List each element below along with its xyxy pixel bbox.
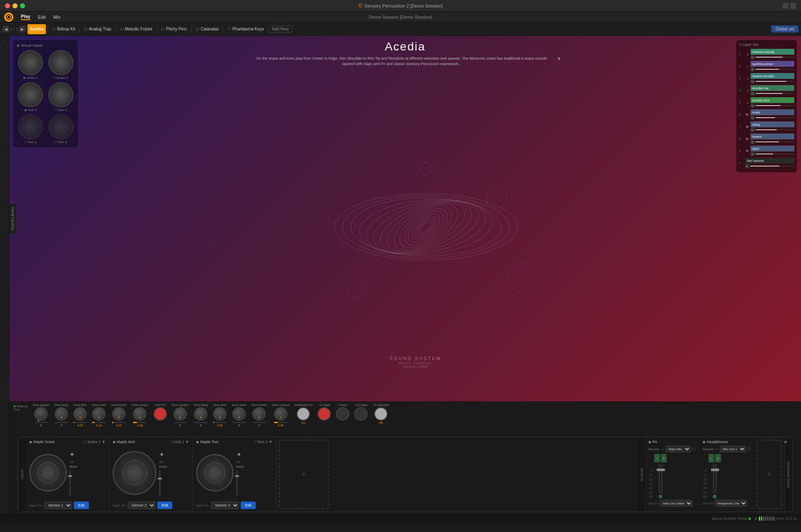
drum-pad-tom3[interactable]	[48, 114, 73, 139]
sidebar-toggle[interactable]: ›	[0, 36, 9, 514]
snare-edit-button[interactable]: Edit	[74, 502, 89, 509]
layer-set-volume-solo[interactable]: M	[745, 164, 749, 168]
minimize-button[interactable]	[13, 3, 18, 8]
hp-out-ch-select[interactable]: Headphone L/He	[714, 500, 747, 507]
knob-drum-squash[interactable]	[174, 407, 187, 421]
layer-6-solo[interactable]: M	[751, 116, 755, 120]
hp-right-fader[interactable]	[715, 464, 717, 493]
knob-tonal-disto[interactable]	[73, 407, 87, 421]
global-set-button[interactable]: Global set	[771, 25, 798, 33]
pa-center-knob[interactable]	[659, 495, 662, 498]
kick-edit-button[interactable]: Edit	[157, 502, 172, 509]
knob-drum-reverb[interactable]	[252, 407, 266, 421]
knob-tonal-compre[interactable]	[133, 407, 146, 421]
close-button[interactable]	[5, 3, 10, 8]
gear-icon: ⚙	[754, 517, 758, 521]
hp-center-knob[interactable]	[713, 495, 716, 498]
macro-plus12-steps: +12 steps	[354, 403, 368, 424]
pa-source-select[interactable]: Main Mix	[665, 446, 691, 452]
add-new-button[interactable]: Add New	[268, 25, 293, 33]
layer-8-namebar[interactable]: reverb	[751, 134, 794, 139]
drum-pad-kick1[interactable]	[18, 82, 43, 107]
light-reset-fx[interactable]	[154, 407, 167, 421]
preset-analog-trap[interactable]: 3 / Analog Trap	[81, 24, 113, 34]
light-embedded-fx[interactable]	[297, 407, 310, 421]
drum-pad-tom1[interactable]	[48, 82, 73, 107]
pa-out-ch-select[interactable]: Main Out L/Main	[660, 500, 693, 507]
layer-2-solo[interactable]: M	[751, 67, 755, 71]
prev-arrow[interactable]: ◀	[3, 26, 9, 33]
pa-right-fader[interactable]	[661, 464, 662, 493]
layer-5-solo[interactable]: M	[751, 103, 755, 108]
add-input-slot[interactable]: +	[279, 440, 329, 509]
layer-5-namebar[interactable]: Acedia Kick	[751, 97, 794, 103]
tom-controls-icon[interactable]: ✦	[236, 451, 244, 459]
layer-2-namebar[interactable]: synthDulcimer	[751, 61, 794, 67]
preset-melodic-future[interactable]: 4 / Melodic Future	[118, 24, 155, 34]
drum-pad-snare1[interactable]	[18, 50, 43, 75]
light-minus12[interactable]	[317, 407, 331, 421]
pa-info-icon[interactable]: ⓘ	[692, 446, 696, 452]
snare-controls-icon[interactable]: ✦	[69, 451, 78, 459]
preset-cataratas[interactable]: 6 / Cataratas	[193, 24, 221, 34]
outputs-side-label: Outputs	[638, 437, 646, 512]
add-output-slot[interactable]: +	[757, 440, 782, 509]
layer-8-solo[interactable]: M	[751, 140, 755, 144]
hp-l-btn[interactable]: L	[708, 454, 714, 462]
menu-mix[interactable]: Mix	[50, 14, 64, 20]
win-btn-1[interactable]	[783, 3, 788, 9]
layer-6: 6 fx mods M	[739, 109, 794, 120]
light-plus12[interactable]	[354, 407, 368, 421]
knob-tonal-squash[interactable]	[34, 407, 48, 421]
kick-controls-icon[interactable]: ✦	[159, 451, 167, 459]
layer-6-namebar[interactable]: mods	[751, 109, 794, 115]
drum-pad-tom2[interactable]	[18, 114, 43, 139]
next-arrow[interactable]: ▶	[19, 26, 26, 33]
kick-input-select[interactable]: Sensor 2	[128, 502, 156, 509]
layer-4-solo[interactable]: M	[751, 91, 755, 96]
knob-tonal-delay[interactable]	[55, 407, 68, 421]
light-0-steps[interactable]	[336, 407, 349, 421]
menu-play[interactable]: Play	[18, 13, 34, 21]
tom-input-select[interactable]: Sensor 3	[211, 502, 239, 509]
layer-9-solo[interactable]: M	[751, 152, 755, 156]
headphones-source-select[interactable]: Mix Out 1	[720, 446, 746, 452]
knob-drum-delay[interactable]	[194, 407, 207, 421]
layer-7-solo[interactable]: M	[751, 128, 755, 132]
menu-edit[interactable]: Edit	[35, 14, 49, 20]
layer-2: 2 ♪ synthDulcimer M	[739, 61, 794, 71]
layer-1-namebar[interactable]: selesta melody	[751, 49, 794, 55]
layer-4-namebar[interactable]: Acedia Hat	[751, 85, 794, 91]
layer-3-namebar[interactable]: Snares Acedia	[751, 73, 794, 79]
preset-bebop[interactable]: 2 / Bebop Kit	[50, 24, 78, 34]
knob-tonal-mods[interactable]	[92, 407, 106, 421]
knob-drum-disto[interactable]	[213, 407, 227, 421]
hp-r-btn[interactable]: R	[715, 454, 721, 462]
layer-9-namebar[interactable]: disto	[751, 146, 794, 151]
bottom-expand-toggle[interactable]: ▼	[783, 439, 788, 445]
pa-l-btn[interactable]: L	[654, 454, 660, 462]
title-bar: © Sensory Percussion 2 [Demo Session]	[0, 0, 801, 12]
layer-set-volume-namebar[interactable]: Set Volume	[745, 158, 794, 164]
layer-1-solo[interactable]: M	[751, 55, 755, 59]
win-btn-2[interactable]	[790, 3, 796, 9]
tom-edit-button[interactable]: Edit	[241, 502, 256, 509]
description-expand[interactable]: ▼	[557, 56, 562, 62]
pa-r-btn[interactable]: R	[661, 454, 667, 462]
knob-tonal-reverb[interactable]	[112, 407, 126, 421]
sound-library-tab[interactable]: Sound Library	[9, 203, 17, 234]
preset-pitchy-perc[interactable]: 5 / Pitchy Perc	[159, 24, 189, 34]
headphones-info-icon[interactable]: ⓘ	[747, 446, 751, 452]
preset-phantasma-keys[interactable]: 7 / Phantasma Keys	[225, 24, 266, 34]
drum-pad-snare2[interactable]	[48, 50, 73, 75]
viz-container	[322, 144, 530, 310]
knob-drum-mods[interactable]	[232, 407, 246, 421]
layer-7-namebar[interactable]: delay	[751, 121, 794, 127]
output-headphones: ◈ Headphones Source: ✓ Mix Out 1 ⓘ	[700, 437, 754, 512]
knob-drum-compre[interactable]	[274, 407, 287, 421]
layer-3-solo[interactable]: M	[751, 79, 755, 83]
preset-acedia[interactable]: Acedia	[28, 24, 46, 34]
snare-input-select[interactable]: Sensor 1	[44, 502, 72, 509]
light-plus3-modulate[interactable]	[374, 407, 388, 421]
maximize-button[interactable]	[20, 3, 25, 8]
